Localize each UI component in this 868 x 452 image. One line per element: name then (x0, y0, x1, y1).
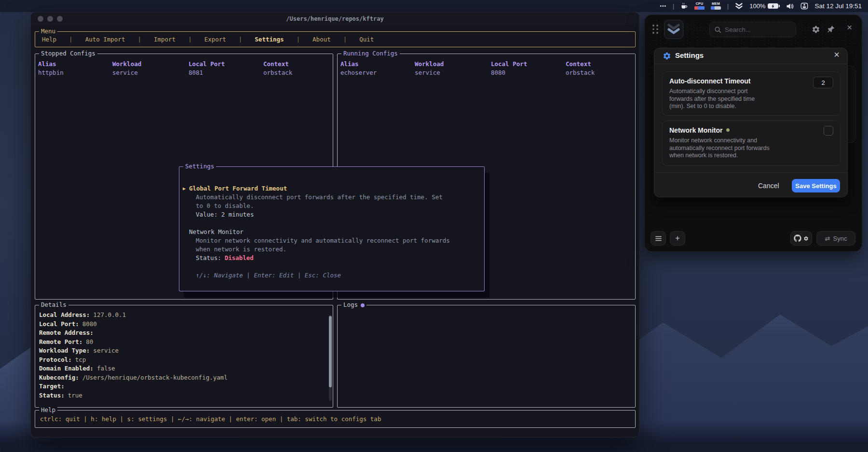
network-monitor-status-dot (726, 128, 730, 132)
modal-close-icon[interactable]: × (834, 49, 840, 60)
help-panel-title: Help (39, 406, 57, 414)
detail-line: Domain Enabled:false (39, 364, 333, 373)
detail-line: Remote Port:80 (39, 338, 333, 347)
search-box (709, 22, 796, 37)
running-configs-title: Running Configs (341, 50, 400, 57)
terminal-title: /Users/henrique/repos/kftray (31, 15, 639, 22)
volume-icon[interactable] (786, 3, 794, 10)
hamburger-icon (655, 236, 662, 241)
search-input[interactable] (725, 26, 791, 33)
modal-title: Settings (675, 51, 704, 59)
logs-activity-dot (361, 303, 365, 307)
gear-small-icon (803, 236, 809, 241)
auto-disconnect-description: Automatically disconnect port forwards a… (669, 88, 770, 110)
network-monitor-status: Status:Disabled (179, 254, 484, 262)
sync-arrows-icon: ⇄ (825, 235, 830, 242)
status-badge: Disabled (225, 254, 254, 261)
detail-line: Local Address:127.0.0.1 (39, 311, 333, 320)
add-config-button[interactable]: + (670, 231, 685, 246)
menu-item-about[interactable]: About (312, 36, 331, 43)
details-scrollbar[interactable] (329, 315, 332, 401)
detail-line: Protocol:tcp (39, 356, 333, 365)
details-panel-title: Details (39, 301, 68, 309)
detail-line: Status:true (39, 391, 333, 400)
drag-handle[interactable] (652, 25, 658, 34)
stopped-configs-title: Stopped Configs (39, 50, 97, 57)
battery-percent: 100% (749, 2, 765, 10)
battery-icon (768, 3, 778, 9)
kftray-menubar-icon[interactable] (735, 2, 743, 10)
menu-items: Help | Auto Import | Import | Export | S… (35, 32, 635, 43)
network-monitor-checkbox[interactable] (824, 126, 833, 136)
mem-meter-bar (711, 6, 721, 10)
menu-item-import[interactable]: Import (154, 36, 176, 43)
cpu-meter-bar (694, 6, 705, 10)
kftray-logo (664, 20, 683, 39)
menu-panel-title: Menu (39, 27, 57, 35)
popover-header: × (645, 15, 862, 46)
network-monitor-description: Monitor network connectivity and automat… (669, 137, 770, 160)
save-settings-button[interactable]: Save Settings (792, 179, 840, 192)
menu-item-export[interactable]: Export (204, 36, 226, 43)
menu-list-button[interactable] (651, 231, 666, 246)
detail-line: Target: (39, 382, 333, 391)
github-icon (794, 234, 801, 242)
detail-line: Remote Address: (39, 329, 333, 338)
cancel-button[interactable]: Cancel (758, 182, 779, 190)
popover-close-icon[interactable]: × (847, 23, 852, 32)
running-configs-header: Alias Workload Local Port Context (340, 60, 635, 68)
menubar-overflow-icon[interactable]: ••• (660, 3, 666, 9)
caffeine-icon[interactable] (680, 2, 688, 10)
tui-settings-dialog-title: Settings (183, 163, 216, 170)
menu-item-quit[interactable]: Quit (359, 36, 374, 43)
cpu-meter-label: CPU (696, 2, 704, 5)
settings-gear-icon[interactable] (812, 25, 820, 34)
logs-panel: Logs (337, 305, 636, 408)
stopped-configs-header: Alias Workload Local Port Context (38, 60, 333, 68)
detail-line: Kubeconfig:/Users/henrique/orbstack-kube… (39, 373, 333, 383)
selection-pointer-icon: ▶ (183, 184, 186, 193)
auto-disconnect-title: Auto-disconnect Timeout (669, 77, 833, 85)
details-scrollbar-thumb[interactable] (329, 316, 332, 387)
logs-panel-title: Logs (341, 301, 366, 309)
mem-meter[interactable]: MEM (711, 2, 721, 10)
setting-item-network-monitor[interactable]: Network Monitor (179, 228, 484, 236)
modal-header: Settings × (654, 48, 847, 64)
detail-line: Local Port:8080 (39, 320, 333, 329)
menu-panel: Menu Help | Auto Import | Import | Expor… (35, 31, 636, 47)
mem-meter-label: MEM (712, 2, 720, 5)
network-monitor-title: Network Monitor (669, 126, 833, 134)
table-row[interactable]: echoserver service 8080 orbstack (340, 68, 635, 77)
details-panel: Details Local Address:127.0.0.1 Local Po… (35, 305, 333, 408)
menubar-clock[interactable]: Sat 12 Jul 19:51 (814, 2, 862, 10)
auto-disconnect-card: Auto-disconnect Timeout Automatically di… (662, 71, 841, 116)
network-monitor-card: Network Monitor Monitor network connecti… (662, 121, 841, 166)
kftray-popover: × Settings × Auto-disconnect Timeout Aut… (644, 14, 862, 252)
terminal-window: /Users/henrique/repos/kftray Menu Help |… (30, 12, 639, 438)
detail-line: Workload Type:service (39, 346, 333, 356)
terminal-titlebar[interactable]: /Users/henrique/repos/kftray (31, 13, 639, 25)
dialog-keybindings-hint: ↑/↓: Navigate | Enter: Edit | Esc: Close (179, 271, 484, 280)
menu-item-settings[interactable]: Settings (255, 36, 284, 43)
menu-item-help[interactable]: Help (42, 36, 56, 43)
table-row[interactable]: httpbin service 8081 orbstack (38, 68, 333, 77)
setting-item-global-timeout[interactable]: ▶ Global Port Forward Timeout (179, 184, 484, 193)
plus-icon: + (675, 234, 679, 243)
desktop: ••• | CPU MEM | 100% Sat 12 (0, 0, 868, 452)
menubar-separator: | (727, 3, 729, 10)
global-timeout-value: Value: 2 minutes (179, 210, 484, 219)
battery-status[interactable]: 100% (749, 2, 780, 10)
sync-button[interactable]: ⇄ Sync (816, 231, 855, 246)
cpu-meter[interactable]: CPU (694, 2, 705, 10)
tui-settings-dialog: Settings ▶ Global Port Forward Timeout A… (179, 166, 485, 291)
settings-gear-icon (663, 52, 671, 62)
help-keybindings: ctrlc: quit | h: help | s: settings | ←/… (35, 411, 635, 423)
menu-item-auto-import[interactable]: Auto Import (85, 36, 125, 43)
macos-menubar: ••• | CPU MEM | 100% Sat 12 (0, 0, 868, 12)
pin-icon[interactable] (827, 25, 836, 34)
menubar-separator: | (673, 3, 674, 10)
github-sync-settings-button[interactable] (790, 231, 812, 246)
timeout-input[interactable] (813, 77, 833, 88)
stage-manager-icon[interactable] (800, 2, 808, 10)
search-icon (714, 26, 721, 33)
